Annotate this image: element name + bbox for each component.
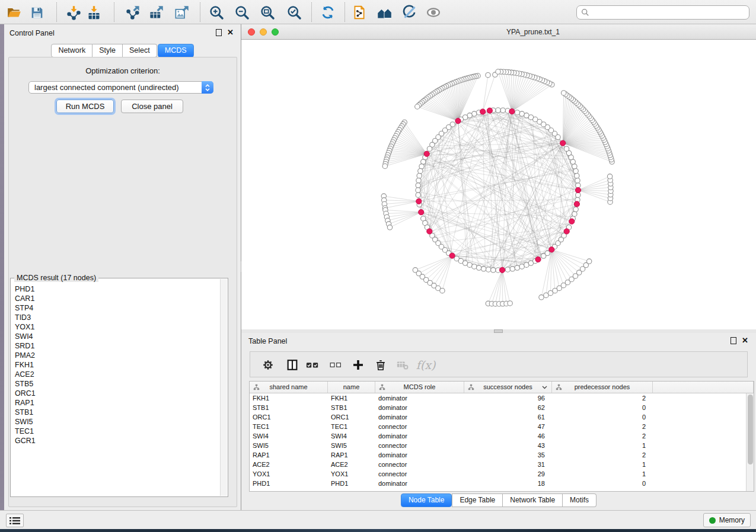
tab-edge-table[interactable]: Edge Table xyxy=(452,493,503,507)
close-panel-icon[interactable]: ✕ xyxy=(742,337,748,344)
cell-successor-nodes[interactable]: 47 xyxy=(464,422,552,431)
search-field[interactable] xyxy=(576,5,749,20)
column-header-shared-name[interactable]: shared name xyxy=(250,382,328,393)
close-panel-icon[interactable]: ✕ xyxy=(227,29,234,36)
scrollbar-thumb[interactable] xyxy=(748,395,753,464)
mcds-result-item[interactable]: SRD1 xyxy=(15,341,219,351)
table-row[interactable]: ORC1ORC1dominator610 xyxy=(250,412,747,422)
mcds-result-item[interactable]: STB5 xyxy=(15,379,219,389)
search-input[interactable] xyxy=(592,8,749,17)
task-history-button[interactable] xyxy=(6,514,24,527)
mcds-result-item[interactable]: PMA2 xyxy=(15,351,219,360)
refresh-icon[interactable] xyxy=(318,3,337,22)
cell-predecessor-nodes[interactable]: 1 xyxy=(552,441,653,450)
add-column-icon[interactable] xyxy=(349,356,367,374)
float-window-icon[interactable] xyxy=(731,337,736,344)
cell-successor-nodes[interactable]: 18 xyxy=(464,479,552,488)
cell-shared-name[interactable]: PHD1 xyxy=(250,479,328,488)
tab-select[interactable]: Select xyxy=(123,44,157,57)
cell-predecessor-nodes[interactable]: 0 xyxy=(552,403,653,412)
cell-name[interactable]: PHD1 xyxy=(328,479,375,488)
mcds-result-item[interactable]: GCR1 xyxy=(15,436,219,446)
import-table-icon[interactable] xyxy=(84,3,103,22)
cell-successor-nodes[interactable]: 31 xyxy=(464,460,552,469)
zoom-selected-icon[interactable] xyxy=(285,3,304,22)
table-row[interactable]: SWI4SWI4dominator462 xyxy=(250,431,747,441)
cell-name[interactable]: ACE2 xyxy=(328,460,375,469)
run-mcds-button[interactable]: Run MCDS xyxy=(56,100,114,113)
mcds-result-item[interactable]: ORC1 xyxy=(15,389,219,398)
table-row[interactable]: FKH1FKH1dominator962 xyxy=(250,393,747,403)
network-canvas[interactable] xyxy=(241,40,756,329)
cell-name[interactable]: ORC1 xyxy=(328,412,375,422)
column-header-predecessor-nodes[interactable]: predecessor nodes xyxy=(552,382,653,393)
cell-shared-name[interactable]: SWI4 xyxy=(250,431,328,441)
cell-shared-name[interactable]: ACE2 xyxy=(250,460,328,469)
mcds-result-item[interactable]: YOX1 xyxy=(15,322,219,332)
cell-mcds-role[interactable]: dominator xyxy=(375,393,464,403)
cell-mcds-role[interactable]: dominator xyxy=(375,403,464,412)
cell-successor-nodes[interactable]: 46 xyxy=(464,431,552,441)
cell-predecessor-nodes[interactable]: 1 xyxy=(552,460,653,469)
table-row[interactable]: RAP1RAP1dominator352 xyxy=(250,450,747,460)
cell-predecessor-nodes[interactable]: 2 xyxy=(552,450,653,460)
cell-predecessor-nodes[interactable]: 0 xyxy=(552,479,653,488)
mcds-result-item[interactable]: CAR1 xyxy=(15,294,219,303)
cell-name[interactable]: SWI4 xyxy=(328,431,375,441)
export-network-icon[interactable] xyxy=(123,3,142,22)
mcds-result-item[interactable]: STB1 xyxy=(15,408,219,417)
cell-successor-nodes[interactable]: 43 xyxy=(464,441,552,450)
memory-button[interactable]: Memory xyxy=(703,513,751,527)
cell-shared-name[interactable]: TEC1 xyxy=(250,422,328,431)
cell-mcds-role[interactable]: dominator xyxy=(375,412,464,422)
delete-column-trash-icon[interactable] xyxy=(372,356,390,374)
style-preview-icon[interactable] xyxy=(400,3,419,22)
cell-predecessor-nodes[interactable]: 2 xyxy=(552,422,653,431)
table-row[interactable]: SWI5SWI5connector431 xyxy=(250,441,747,450)
mcds-result-item[interactable]: TEC1 xyxy=(15,427,219,436)
cell-shared-name[interactable]: STB1 xyxy=(250,403,328,412)
select-all-columns-icon[interactable] xyxy=(304,356,321,374)
tab-style[interactable]: Style xyxy=(92,44,123,57)
close-panel-button[interactable]: Close panel xyxy=(121,100,183,113)
table-row[interactable]: TEC1TEC1connector472 xyxy=(250,422,747,431)
column-header-successor-nodes[interactable]: successor nodes xyxy=(464,382,552,393)
cell-predecessor-nodes[interactable]: 0 xyxy=(552,412,653,422)
save-session-icon[interactable] xyxy=(27,3,46,22)
cell-mcds-role[interactable]: connector xyxy=(375,441,464,450)
home-icon[interactable] xyxy=(375,3,394,22)
table-settings-gear-icon[interactable] xyxy=(259,356,277,374)
new-network-from-selection-icon[interactable] xyxy=(350,3,369,22)
unselect-all-columns-icon[interactable] xyxy=(327,356,344,374)
cell-name[interactable]: STB1 xyxy=(328,403,375,412)
table-row[interactable]: YOX1YOX1connector291 xyxy=(250,469,747,479)
cell-successor-nodes[interactable]: 35 xyxy=(464,450,552,460)
cell-name[interactable]: RAP1 xyxy=(328,450,375,460)
mcds-result-item[interactable]: PHD1 xyxy=(15,284,219,294)
mcds-list-scrollbar[interactable] xyxy=(220,279,227,496)
export-image-icon[interactable] xyxy=(172,3,191,22)
mcds-result-item[interactable]: FKH1 xyxy=(15,360,219,370)
tab-network[interactable]: Network xyxy=(51,44,92,57)
cell-name[interactable]: SWI5 xyxy=(328,441,375,450)
column-header-mcds-role[interactable]: MCDS role xyxy=(375,382,464,393)
table-row[interactable]: STB1STB1dominator620 xyxy=(250,403,747,412)
tab-mcds[interactable]: MCDS xyxy=(158,44,194,57)
cell-predecessor-nodes[interactable]: 2 xyxy=(552,431,653,441)
zoom-in-icon[interactable] xyxy=(207,3,226,22)
cell-shared-name[interactable]: RAP1 xyxy=(250,450,328,460)
cell-shared-name[interactable]: ORC1 xyxy=(250,412,328,422)
mcds-result-item[interactable]: TID3 xyxy=(15,313,219,322)
cell-predecessor-nodes[interactable]: 2 xyxy=(552,393,653,403)
table-scrollbar[interactable] xyxy=(746,393,754,491)
mcds-result-item[interactable]: ACE2 xyxy=(15,370,219,379)
mcds-result-item[interactable]: SWI4 xyxy=(15,332,219,341)
tab-node-table[interactable]: Node Table xyxy=(401,493,452,507)
open-file-icon[interactable] xyxy=(5,3,24,22)
cell-shared-name[interactable]: YOX1 xyxy=(250,469,328,479)
mcds-result-item[interactable]: SWI5 xyxy=(15,417,219,427)
import-network-icon[interactable] xyxy=(64,3,83,22)
tab-motifs[interactable]: Motifs xyxy=(563,493,596,507)
cell-successor-nodes[interactable]: 61 xyxy=(464,412,552,422)
cell-mcds-role[interactable]: connector xyxy=(375,422,464,431)
